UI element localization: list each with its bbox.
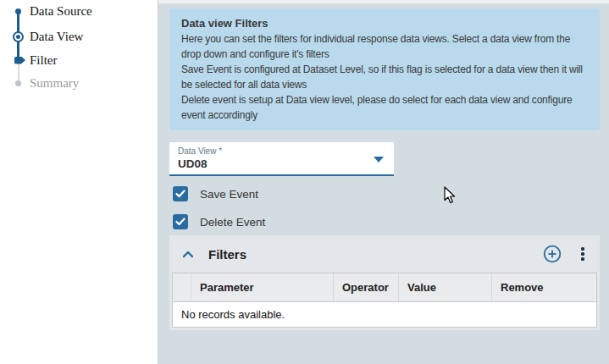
delete-event-checkbox[interactable] (173, 214, 188, 229)
info-box-text: Save Event is configured at Dataset Leve… (181, 62, 588, 92)
checkmark-icon (175, 218, 185, 226)
kebab-dot (581, 252, 584, 255)
data-view-select-label: Data View * (178, 146, 385, 157)
caret-down-icon (374, 157, 384, 163)
column-header-value: Value (399, 273, 492, 301)
filters-header: Filters (169, 235, 600, 273)
info-box-text: Delete event is setup at Data view level… (181, 92, 588, 123)
step-label: Data View (30, 30, 83, 44)
add-filter-button[interactable] (542, 244, 562, 264)
column-header-remove: Remove (492, 273, 596, 301)
empty-table-message: No records available. (173, 302, 596, 327)
filters-section: Filters Paramete (169, 235, 600, 330)
step-done-dot-icon (15, 8, 21, 14)
data-view-select[interactable]: Data View * UD08 (169, 142, 394, 176)
wizard-screen: Data Source Data View Filter Summary Dat… (0, 0, 609, 364)
stepper-item-data-source[interactable]: Data Source (0, 3, 92, 19)
stepper-item-filter[interactable]: Filter (0, 52, 58, 68)
step-label: Data Source (30, 4, 92, 19)
info-box-title: Data view Filters (181, 16, 588, 31)
step-marker-icon (14, 57, 25, 64)
info-box-text: Here you can set the filters for individ… (181, 31, 588, 62)
column-header-blank (173, 273, 191, 301)
step-label: Filter (30, 53, 58, 68)
checkmark-icon (175, 190, 185, 198)
kebab-dot (581, 247, 584, 250)
step-label: Summary (30, 76, 79, 91)
column-header-operator: Operator (334, 273, 399, 301)
filters-table: Parameter Operator Value Remove No recor… (172, 273, 597, 328)
stepper-item-data-view[interactable]: Data View (0, 29, 83, 44)
info-box: Data view Filters Here you can set the f… (169, 8, 600, 130)
filters-title: Filters (208, 247, 246, 262)
chevron-up-icon (182, 251, 194, 258)
more-options-button[interactable] (576, 245, 590, 262)
wizard-stepper-sidebar: Data Source Data View Filter Summary (0, 0, 158, 364)
data-view-filters-page: Data view Filters Here you can set the f… (159, 3, 609, 364)
save-event-row[interactable]: Save Event (173, 186, 258, 201)
collapse-button[interactable] (180, 245, 197, 262)
kebab-dot (581, 257, 584, 260)
step-current-ring-icon (13, 31, 24, 42)
stepper-item-summary[interactable]: Summary (0, 75, 79, 91)
step-pending-dot-icon (15, 80, 21, 86)
data-view-select-value: UD08 (178, 157, 385, 171)
column-header-parameter: Parameter (191, 273, 334, 301)
save-event-checkbox[interactable] (173, 186, 188, 201)
delete-event-row[interactable]: Delete Event (173, 214, 265, 229)
save-event-label: Save Event (200, 188, 258, 201)
delete-event-label: Delete Event (200, 216, 265, 229)
filters-table-header: Parameter Operator Value Remove (173, 273, 596, 302)
plus-circle-icon (543, 245, 562, 263)
stepper: Data Source Data View Filter Summary (0, 0, 158, 110)
